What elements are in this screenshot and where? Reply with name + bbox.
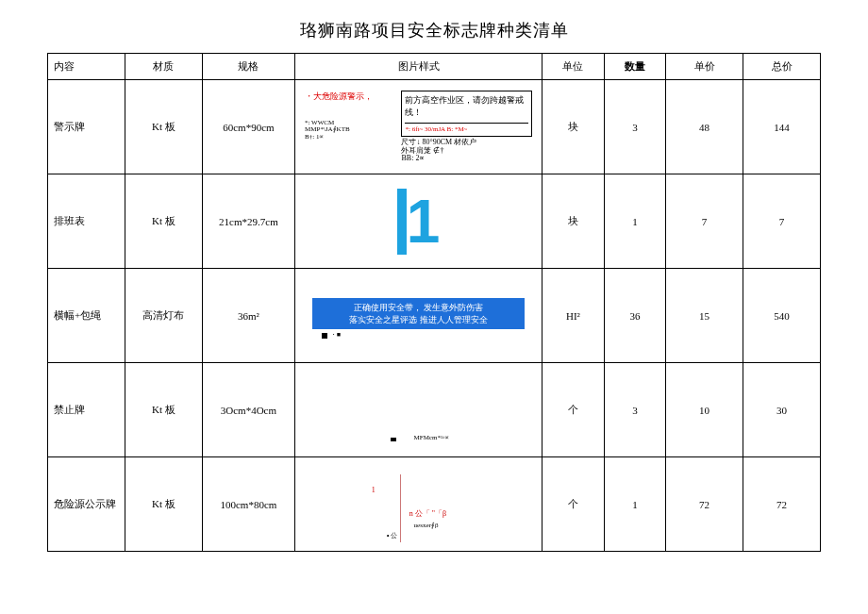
cell-qty: 3 bbox=[604, 363, 666, 457]
cell-unit: 个 bbox=[542, 363, 605, 457]
cell-total: 72 bbox=[743, 457, 821, 552]
sample-u: uesxer∮β bbox=[414, 522, 439, 529]
cell-sample: ・大危险源警示， *: WWCM MMP*\JA∮KTB B†: 1∝ 前方高空… bbox=[295, 80, 542, 174]
sample-one: 1 bbox=[372, 486, 376, 494]
table-row: 排班表 Kt 板 21cm*29.7cm 1 块 1 7 7 bbox=[48, 174, 821, 269]
table-row: 横幅+包绳 高清灯布 36m² 正确使用安全带， 发生意外防伤害 落实安全之星评… bbox=[48, 269, 821, 363]
sample-g: n 公「 "「β bbox=[409, 508, 446, 519]
cell-material: Kt 板 bbox=[125, 363, 202, 457]
cell-uprice: 48 bbox=[666, 80, 743, 174]
sample-block-icon bbox=[391, 438, 396, 441]
sample-tiny: B†: 1∝ bbox=[305, 134, 395, 141]
cell-material: 高清灯布 bbox=[125, 269, 202, 363]
cell-spec: 3Ocm*4Ocm bbox=[202, 363, 294, 457]
cell-unit: 个 bbox=[542, 457, 605, 552]
cell-uprice: 7 bbox=[666, 174, 743, 269]
table-row: 危险源公示牌 Kt 板 100cm*80cm 1 n 公「 "「β uesxer… bbox=[48, 457, 821, 552]
cell-uprice: 15 bbox=[666, 269, 743, 363]
th-spec: 规格 bbox=[202, 54, 294, 80]
sample-foot: BB: 2∝ bbox=[401, 154, 425, 162]
cell-material: Kt 板 bbox=[125, 457, 202, 552]
sample-vline bbox=[400, 474, 401, 542]
th-content: 内容 bbox=[48, 54, 125, 80]
cell-qty: 1 bbox=[604, 457, 666, 552]
table-row: 禁止牌 Kt 板 3Ocm*4Ocm MFMcm*≈∝ 个 3 10 30 bbox=[48, 363, 821, 457]
sample-blue-bar bbox=[397, 189, 407, 255]
cell-qty: 36 bbox=[604, 269, 666, 363]
cell-total: 30 bbox=[743, 363, 821, 457]
cell-spec: 36m² bbox=[202, 269, 294, 363]
cell-spec: 60cm*90cm bbox=[202, 80, 294, 174]
cell-uprice: 72 bbox=[666, 457, 743, 552]
cell-content: 警示牌 bbox=[48, 80, 125, 174]
cell-qty: 1 bbox=[604, 174, 666, 269]
cell-sample: 1 bbox=[295, 174, 542, 269]
sample-dot-icon bbox=[322, 333, 327, 339]
sample-box-small: *: 6ft~ 30/mJA B: *M~ bbox=[405, 123, 528, 133]
sample-dot-label: ・■ bbox=[330, 331, 341, 339]
sample-box-text: 前方高空作业区，请勿跨越警戒线！ bbox=[405, 94, 528, 119]
cell-content: 危险源公示牌 bbox=[48, 457, 125, 552]
cell-content: 排班表 bbox=[48, 174, 125, 269]
cell-spec: 100cm*80cm bbox=[202, 457, 294, 552]
cell-unit: HI² bbox=[542, 269, 605, 363]
th-unit: 单位 bbox=[542, 54, 605, 80]
th-qty: 数量 bbox=[604, 54, 666, 80]
cell-sample: MFMcm*≈∝ bbox=[295, 363, 542, 457]
cell-total: 144 bbox=[743, 80, 821, 174]
cell-content: 禁止牌 bbox=[48, 363, 125, 457]
cell-qty: 3 bbox=[604, 80, 666, 174]
cell-spec: 21cm*29.7cm bbox=[202, 174, 294, 269]
th-image: 图片样式 bbox=[295, 54, 542, 80]
sample-tiny-text: MFMcm*≈∝ bbox=[414, 434, 449, 441]
th-uprice: 单价 bbox=[666, 54, 743, 80]
th-total: 总价 bbox=[743, 54, 821, 80]
sample-banner: 正确使用安全带， 发生意外防伤害 落实安全之星评选 推进人人管理安全 bbox=[312, 298, 525, 329]
cell-material: Kt 板 bbox=[125, 174, 202, 269]
safety-sign-table: 内容 材质 规格 图片样式 单位 数量 单价 总价 警示牌 Kt 板 60cm*… bbox=[47, 53, 821, 552]
cell-unit: 块 bbox=[542, 80, 605, 174]
cell-uprice: 10 bbox=[666, 363, 743, 457]
sample-p: ∘ 公 bbox=[386, 531, 398, 540]
header-row: 内容 材质 规格 图片样式 单位 数量 单价 总价 bbox=[48, 54, 821, 80]
cell-unit: 块 bbox=[542, 174, 605, 269]
cell-sample: 正确使用安全带， 发生意外防伤害 落实安全之星评选 推进人人管理安全 ・■ bbox=[295, 269, 542, 363]
cell-total: 540 bbox=[743, 269, 821, 363]
sample-foot: 尺寸↓ 80°90CM 材依户 bbox=[401, 138, 476, 146]
sample-red-text: ・大危险源警示， bbox=[305, 91, 395, 103]
cell-total: 7 bbox=[743, 174, 821, 269]
table-row: 警示牌 Kt 板 60cm*90cm ・大危险源警示， *: WWCM MMP*… bbox=[48, 80, 821, 174]
cell-content: 横幅+包绳 bbox=[48, 269, 125, 363]
page-title: 珞狮南路项目安全标志牌种类清单 bbox=[47, 19, 821, 41]
sample-foot: 外耳肩笼 ∉† bbox=[401, 146, 443, 155]
cell-material: Kt 板 bbox=[125, 80, 202, 174]
th-material: 材质 bbox=[125, 54, 202, 80]
cell-sample: 1 n 公「 "「β uesxer∮β ∘ 公 bbox=[295, 457, 542, 552]
sample-number: 1 bbox=[407, 191, 441, 252]
